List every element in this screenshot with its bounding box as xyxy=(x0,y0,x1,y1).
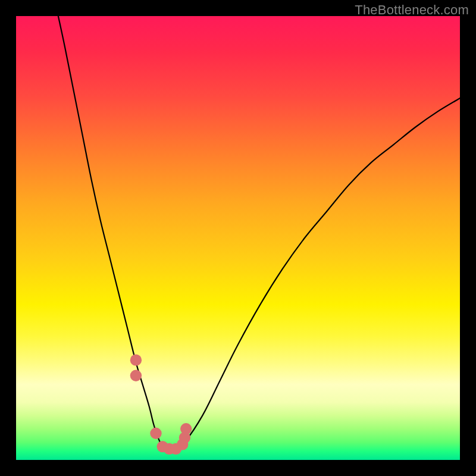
plot-area xyxy=(16,16,460,460)
marker-point xyxy=(130,370,142,381)
marker-point xyxy=(150,428,161,439)
bottleneck-curve xyxy=(58,16,460,449)
marker-point xyxy=(130,354,142,365)
chart-svg xyxy=(16,16,460,460)
marker-point xyxy=(180,423,192,434)
chart-frame: { "watermark": "TheBottleneck.com", "cha… xyxy=(0,0,476,476)
marker-group xyxy=(130,354,192,455)
